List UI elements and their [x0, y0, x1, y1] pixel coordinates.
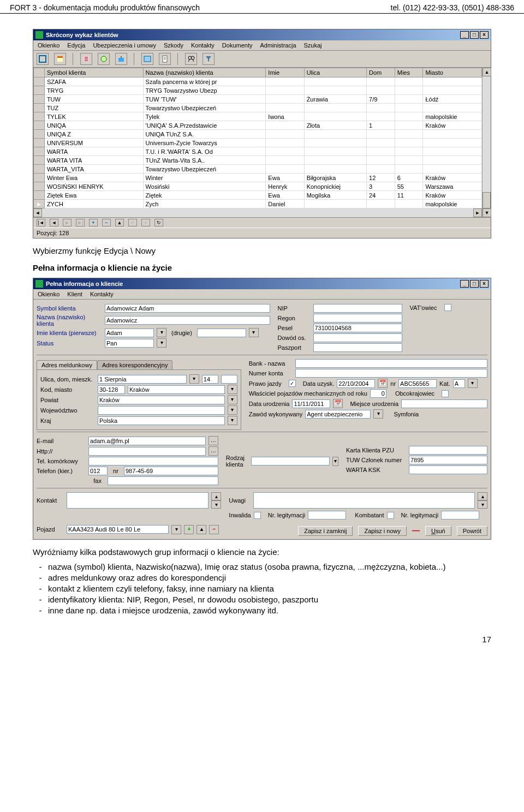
- input-symbol[interactable]: [105, 304, 270, 313]
- table-row[interactable]: WARTA_VITATowarzystwo Ubezpieczeń: [34, 165, 482, 174]
- dropdown-kat[interactable]: ▾: [468, 379, 478, 388]
- menu-item[interactable]: Okienko: [38, 291, 59, 297]
- input-telkier[interactable]: [88, 467, 108, 475]
- input-kpzu[interactable]: [409, 446, 487, 455]
- http-browse-icon[interactable]: …: [209, 446, 218, 456]
- menu-item[interactable]: Kontakty: [90, 291, 114, 297]
- input-datau[interactable]: [337, 379, 375, 388]
- toolbar-search-icon[interactable]: [185, 53, 197, 65]
- column-header[interactable]: Mies: [395, 68, 423, 77]
- input-imie1[interactable]: [105, 329, 154, 337]
- input-http[interactable]: [88, 447, 206, 456]
- column-header[interactable]: Nazwa (nazwisko) klienta: [143, 68, 266, 77]
- add-icon[interactable]: +: [184, 525, 194, 534]
- input-numerkonta[interactable]: [295, 369, 487, 378]
- dropdown-ulica[interactable]: ▾: [189, 374, 199, 384]
- edit-pojazd-icon[interactable]: ▲: [196, 525, 206, 534]
- nav-prev[interactable]: ◄: [50, 219, 58, 226]
- minimize-button[interactable]: _: [460, 280, 469, 288]
- dropdown-pojazd[interactable]: ▾: [171, 525, 181, 534]
- input-nleg1[interactable]: [308, 511, 346, 520]
- input-tuwn[interactable]: [409, 456, 487, 464]
- client-grid[interactable]: Symbol klientaNazwa (nazwisko) klientaIm…: [33, 68, 482, 208]
- input-mieszk[interactable]: [221, 375, 237, 384]
- close-button[interactable]: ×: [480, 31, 489, 39]
- input-rodzaj[interactable]: [251, 457, 330, 465]
- input-kod[interactable]: [98, 385, 125, 394]
- table-row[interactable]: Winter EwaWinterEwaBiłgorajska126Kraków: [34, 174, 482, 182]
- input-nip[interactable]: [313, 304, 402, 313]
- column-header[interactable]: Imie: [266, 68, 304, 77]
- nav-first[interactable]: |◄: [37, 219, 45, 226]
- vertical-scrollbar[interactable]: ▲ ▼: [482, 68, 491, 217]
- minimize-button[interactable]: _: [460, 31, 469, 39]
- return-button[interactable]: Powrót: [457, 526, 487, 536]
- maximize-button[interactable]: □: [470, 280, 479, 288]
- table-row[interactable]: TRYGTRYG Towarzystwo Ubezp: [34, 86, 482, 95]
- input-miasto[interactable]: [128, 385, 225, 394]
- nav-add[interactable]: +: [89, 219, 98, 226]
- table-row[interactable]: TUWTUW 'TUW'Żurawia7/9Łódź: [34, 95, 482, 104]
- input-pojazd[interactable]: [67, 525, 169, 534]
- column-header[interactable]: Miasto: [423, 68, 482, 77]
- nav-last[interactable]: ►|: [76, 219, 85, 226]
- input-telkom[interactable]: [88, 457, 218, 465]
- input-dom[interactable]: [202, 375, 218, 384]
- maximize-button[interactable]: □: [470, 31, 479, 39]
- table-row[interactable]: WARTAT.U. i R.'WARTA' S.A. Od: [34, 147, 482, 156]
- dropdown-kraj[interactable]: ▾: [228, 416, 237, 425]
- date-picker-icon[interactable]: 📅: [333, 399, 343, 408]
- input-warta[interactable]: [409, 465, 487, 474]
- input-nleg2[interactable]: [441, 511, 479, 520]
- table-row[interactable]: UNIQA ZUNIQA TUnZ S.A.: [34, 130, 482, 139]
- toolbar-btn-2[interactable]: [54, 53, 66, 65]
- column-header[interactable]: Symbol klienta: [44, 68, 143, 77]
- nav-refresh[interactable]: ↻: [154, 219, 163, 226]
- toolbar-btn-5[interactable]: [115, 53, 127, 65]
- input-regon[interactable]: [313, 314, 402, 323]
- menu-item[interactable]: Okienko: [38, 42, 59, 49]
- input-kat[interactable]: [453, 379, 465, 388]
- checkbox-vat[interactable]: [444, 304, 451, 311]
- email-browse-icon[interactable]: …: [209, 436, 218, 445]
- toolbar-btn-3[interactable]: [80, 53, 92, 65]
- dropdown-woj[interactable]: ▾: [228, 405, 237, 415]
- input-kraj[interactable]: [98, 416, 225, 425]
- menu-item[interactable]: Klient: [67, 291, 82, 297]
- input-nrpj[interactable]: [398, 379, 437, 388]
- dropdown-rodzaj[interactable]: ▾: [332, 457, 338, 466]
- input-powiat[interactable]: [98, 396, 225, 404]
- menu-item[interactable]: Edycja: [67, 42, 85, 49]
- date-picker-icon[interactable]: 📅: [378, 379, 388, 388]
- toolbar-filter-icon[interactable]: [203, 53, 215, 65]
- close-button[interactable]: ×: [480, 280, 489, 288]
- uwagi-down-icon[interactable]: ▾: [478, 500, 487, 509]
- column-header[interactable]: Dom: [367, 68, 395, 77]
- table-row[interactable]: UNIQA'UNIQA' S.A.PrzedstawicieZłota1Krak…: [34, 121, 482, 130]
- toolbar-btn-4[interactable]: [98, 53, 110, 65]
- table-row[interactable]: SZAFASzafa pancerna w której pr: [34, 77, 482, 86]
- input-status[interactable]: [105, 339, 154, 348]
- kontakt-down-icon[interactable]: ▾: [211, 500, 221, 509]
- menu-item[interactable]: Ubezpieczenia i umowy: [93, 42, 156, 49]
- input-datur[interactable]: [292, 399, 330, 408]
- dropdown-zawod[interactable]: ▾: [373, 409, 383, 419]
- checkbox-kombat[interactable]: [387, 512, 394, 519]
- input-imie2[interactable]: [197, 329, 246, 337]
- column-header[interactable]: Ulica: [304, 68, 366, 77]
- checkbox-obco[interactable]: [442, 390, 449, 397]
- tab-adres-koresp[interactable]: Adres korespondencyjny: [97, 360, 172, 369]
- input-dowod[interactable]: [313, 333, 402, 342]
- input-email[interactable]: [88, 437, 206, 445]
- menu-item[interactable]: Szukaj: [304, 42, 322, 49]
- table-row[interactable]: TUZTowarzystwo Ubezpieczeń: [34, 104, 482, 112]
- input-pesel[interactable]: [313, 324, 402, 332]
- input-woj[interactable]: [98, 406, 225, 415]
- checkbox-inwalida[interactable]: [254, 512, 261, 519]
- input-nazwa[interactable]: [105, 316, 270, 325]
- nav-cancel[interactable]: ×: [141, 219, 150, 226]
- nav-confirm[interactable]: ✓: [128, 219, 137, 226]
- checkbox-prawo[interactable]: ✓: [289, 380, 296, 387]
- input-ulica[interactable]: [98, 375, 187, 384]
- save-new-button[interactable]: Zapisz i nowy: [358, 526, 407, 536]
